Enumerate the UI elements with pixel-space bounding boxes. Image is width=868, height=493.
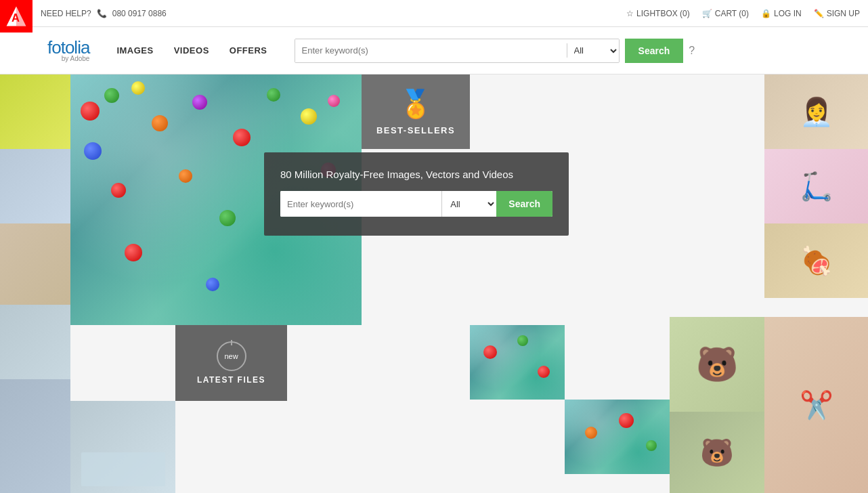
latest-files-label: LATEST FILES bbox=[197, 375, 265, 385]
star-icon: ☆ bbox=[626, 9, 634, 18]
svg-text:A: A bbox=[12, 12, 20, 24]
lock-icon: 🔒 bbox=[761, 9, 771, 18]
nav-offers[interactable]: OFFERS bbox=[230, 45, 267, 56]
cart-link[interactable]: 🛒 CART (0) bbox=[702, 9, 749, 18]
tile-pink-scooter[interactable]: 🛴 bbox=[764, 149, 868, 223]
overlay-search-input[interactable] bbox=[280, 191, 441, 217]
adobe-logo: A bbox=[0, 0, 32, 33]
overlay-search-category[interactable]: All Photos Vectors Videos bbox=[441, 191, 496, 217]
phone-icon: 📞 bbox=[97, 9, 107, 18]
tile-bear-2[interactable]: 🐻 bbox=[670, 412, 764, 493]
cart-icon: 🛒 bbox=[702, 9, 712, 18]
tile-crafts[interactable]: ✂️ bbox=[764, 317, 868, 493]
nav-videos[interactable]: VIDEOS bbox=[174, 45, 209, 56]
new-badge: new bbox=[217, 341, 246, 371]
tile-latest-files[interactable]: new LATEST FILES bbox=[175, 325, 287, 401]
tile-5[interactable] bbox=[0, 379, 70, 493]
search-help-icon[interactable]: ? bbox=[689, 45, 695, 57]
tile-teal-r2[interactable] bbox=[565, 400, 670, 474]
tile-foggy-row5[interactable] bbox=[70, 401, 175, 493]
lightbox-link[interactable]: ☆ LIGHTBOX (0) bbox=[626, 9, 690, 18]
overlay-search-button[interactable]: Search bbox=[496, 191, 552, 217]
tile-best-sellers[interactable]: 🏅 BEST-SELLERS bbox=[362, 74, 470, 149]
fotolia-logo: fotolia by Adobe bbox=[47, 39, 89, 62]
image-grid: 🏅 BEST-SELLERS 👩‍💼 bbox=[0, 74, 868, 493]
main-search-button[interactable]: Search bbox=[625, 39, 684, 63]
edit-icon: ✏️ bbox=[814, 9, 824, 18]
main-search-bar: All Photos Vectors Videos bbox=[295, 39, 620, 63]
tile-person-writing[interactable]: 👩‍💼 bbox=[764, 74, 868, 149]
nav-images[interactable]: IMAGES bbox=[116, 45, 153, 56]
signup-link[interactable]: ✏️ SIGN UP bbox=[814, 9, 860, 18]
tile-3[interactable] bbox=[0, 223, 70, 305]
login-link[interactable]: 🔒 LOG IN bbox=[761, 9, 802, 18]
main-search-input[interactable] bbox=[295, 39, 567, 62]
badge-icon: 🏅 bbox=[399, 88, 433, 120]
search-overlay: 80 Million Royalty-Free Images, Vectors … bbox=[264, 152, 569, 236]
main-search-category[interactable]: All Photos Vectors Videos bbox=[567, 39, 619, 62]
tile-2[interactable] bbox=[0, 149, 70, 223]
best-sellers-label: BEST-SELLERS bbox=[376, 125, 455, 135]
tile-1[interactable] bbox=[0, 74, 70, 149]
phone-number: 080 0917 0886 bbox=[112, 9, 167, 18]
help-text: NEED HELP? bbox=[41, 9, 91, 18]
tile-teal-r1[interactable] bbox=[470, 325, 565, 400]
tile-meat-sticks[interactable]: 🍖 bbox=[764, 223, 868, 298]
overlay-title: 80 Million Royalty-Free Images, Vectors … bbox=[280, 169, 552, 180]
tile-4[interactable] bbox=[0, 305, 70, 379]
tile-bear[interactable]: 🐻 bbox=[670, 317, 764, 412]
overlay-search-bar: All Photos Vectors Videos Search bbox=[280, 191, 552, 217]
